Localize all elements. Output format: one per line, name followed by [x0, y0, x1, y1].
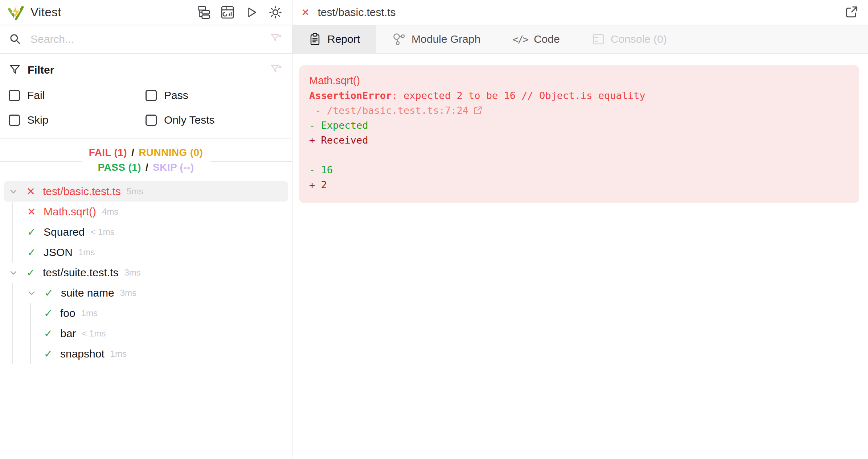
pass-check-icon: ✓ [26, 246, 37, 259]
diff-received-label: + Received [309, 133, 849, 148]
tree-group: ✓ suite name 3ms ✓ foo 1ms ✓ bar < 1ms [12, 283, 288, 364]
diff-received-value: + 2 [309, 177, 849, 192]
duration-label: 3ms [120, 288, 136, 298]
test-tree: ✕ test/basic.test.ts 5ms ✕ Math.sqrt() 4… [0, 180, 292, 459]
clear-search-filter-icon[interactable] [270, 32, 282, 46]
fail-x-icon: ✕ [25, 185, 36, 198]
chevron-down-icon[interactable] [26, 288, 37, 298]
pass-check-icon: ✓ [44, 287, 54, 299]
tree-group: ✕ Math.sqrt() 4ms ✓ Squared < 1ms ✓ JSON… [12, 202, 288, 262]
duration-label: 1ms [81, 308, 98, 318]
pass-check-icon: ✓ [25, 266, 36, 279]
filter-checkbox-only-tests[interactable]: Only Tests [146, 114, 282, 126]
clear-filter-icon[interactable] [270, 63, 282, 77]
tree-item-basic-test-file[interactable]: ✕ test/basic.test.ts 5ms [4, 181, 288, 202]
tab-console[interactable]: Console (0) [576, 25, 683, 53]
tree-item-json[interactable]: ✓ JSON 1ms [13, 242, 288, 262]
theme-toggle-icon[interactable] [269, 5, 282, 19]
pass-check-icon: ✓ [26, 226, 37, 238]
duration-label: 1ms [78, 247, 95, 257]
search-bar [0, 25, 292, 54]
tree-item-squared[interactable]: ✓ Squared < 1ms [13, 222, 288, 242]
sidebar-toolbar [197, 5, 282, 19]
fail-count: FAIL (1) [89, 147, 127, 158]
filter-checkbox-skip[interactable]: Skip [9, 114, 146, 126]
dashboard-icon[interactable] [221, 5, 234, 19]
assertion-error-line: AssertionError: expected 2 to be 16 // O… [309, 88, 849, 103]
file-header: ✕ test/basic.test.ts [292, 0, 868, 25]
fail-x-icon: ✕ [301, 7, 310, 18]
checkbox-icon[interactable] [146, 115, 157, 126]
duration-label: < 1ms [82, 328, 106, 339]
app-title: Vitest [30, 5, 61, 19]
stack-trace-line[interactable]: - /test/basic.test.ts:7:24 [309, 103, 849, 118]
test-summary: FAIL (1)/RUNNING (0) PASS (1)/SKIP (--) [0, 139, 292, 180]
sidebar-header: Vitest [0, 0, 292, 25]
open-in-editor-icon[interactable] [473, 106, 482, 115]
module-graph-icon [392, 32, 406, 46]
diff-blank-line [309, 148, 849, 162]
error-panel: Math.sqrt() AssertionError: expected 2 t… [299, 65, 859, 203]
tree-item-bar[interactable]: ✓ bar < 1ms [31, 323, 288, 344]
pass-check-icon: ✓ [43, 307, 54, 319]
report-clipboard-icon [308, 33, 322, 46]
duration-label: 5ms [127, 186, 143, 197]
search-input[interactable] [30, 33, 270, 45]
vitest-logo-icon [7, 4, 25, 21]
report-view: Math.sqrt() AssertionError: expected 2 t… [292, 54, 868, 459]
filter-heading: Filter [28, 64, 54, 76]
checkbox-icon[interactable] [146, 90, 157, 101]
open-in-editor-icon[interactable] [844, 5, 859, 20]
skip-count: SKIP (--) [153, 162, 194, 173]
fail-x-icon: ✕ [26, 206, 37, 218]
sidebar: Vitest [0, 0, 292, 459]
run-all-icon[interactable] [245, 5, 258, 19]
tree-item-suite-name[interactable]: ✓ suite name 3ms [13, 283, 288, 303]
tab-bar: Report Module Graph </> Code [292, 25, 868, 54]
tree-view-icon[interactable] [197, 5, 210, 19]
chevron-down-icon[interactable] [8, 186, 19, 197]
failed-test-name: Math.sqrt() [309, 73, 849, 88]
duration-label: 1ms [110, 349, 127, 359]
vitest-ui-window: Vitest [0, 0, 868, 459]
pass-check-icon: ✓ [43, 348, 54, 360]
filter-options: Fail Pass Skip Only Tests [9, 89, 282, 126]
tree-item-math-sqrt[interactable]: ✕ Math.sqrt() 4ms [13, 202, 288, 222]
tab-module-graph[interactable]: Module Graph [376, 25, 496, 53]
duration-label: 4ms [102, 207, 118, 217]
checkbox-icon[interactable] [9, 115, 20, 126]
filter-checkbox-fail[interactable]: Fail [9, 89, 146, 102]
tree-item-foo[interactable]: ✓ foo 1ms [31, 303, 288, 323]
running-count: RUNNING (0) [139, 147, 203, 158]
main-panel: ✕ test/basic.test.ts Report [292, 0, 868, 459]
summary-line-2: PASS (1)/SKIP (--) [89, 160, 203, 175]
diff-expected-value: - 16 [309, 162, 849, 177]
summary-line-1: FAIL (1)/RUNNING (0) [89, 145, 203, 160]
diff-expected-label: - Expected [309, 118, 849, 133]
tree-item-suite-test-file[interactable]: ✓ test/suite.test.ts 3ms [4, 262, 288, 283]
pass-count: PASS (1) [98, 162, 141, 173]
chevron-down-icon[interactable] [8, 267, 19, 278]
filter-section: Filter Fail Pass [0, 54, 292, 139]
console-icon [592, 33, 605, 46]
tree-group: ✓ foo 1ms ✓ bar < 1ms ✓ snapshot 1ms [30, 303, 288, 364]
filter-checkbox-pass[interactable]: Pass [146, 89, 282, 102]
pass-check-icon: ✓ [43, 327, 54, 340]
filter-funnel-icon [9, 64, 21, 76]
open-file-name: test/basic.test.ts [318, 6, 396, 18]
duration-label: < 1ms [90, 227, 114, 237]
checkbox-icon[interactable] [9, 90, 20, 101]
code-icon: </> [512, 34, 528, 45]
search-icon [9, 33, 22, 46]
tab-code[interactable]: </> Code [496, 25, 576, 53]
duration-label: 3ms [124, 268, 140, 278]
tree-item-snapshot[interactable]: ✓ snapshot 1ms [31, 344, 288, 364]
tab-report[interactable]: Report [292, 25, 376, 53]
